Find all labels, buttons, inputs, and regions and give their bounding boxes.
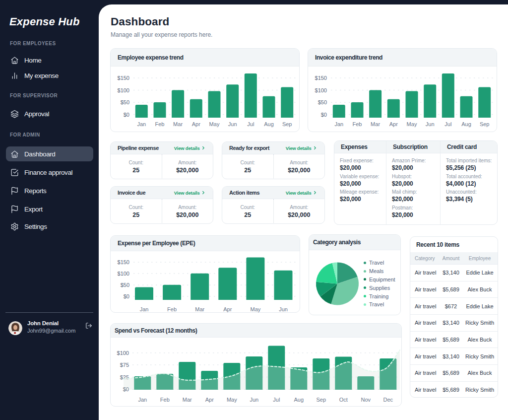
svg-text:May: May [209, 121, 220, 127]
svg-text:Mar: Mar [371, 121, 380, 127]
svg-text:Mar: Mar [173, 121, 183, 127]
svg-text:Jun: Jun [228, 121, 237, 127]
svg-text:Jul: Jul [444, 121, 451, 127]
svg-text:Oct: Oct [339, 397, 348, 403]
svg-text:$0: $0 [124, 112, 129, 118]
svg-text:Feb: Feb [353, 121, 362, 127]
svg-text:$75: $75 [120, 362, 129, 368]
svg-text:$150: $150 [118, 75, 129, 81]
svg-text:$150: $150 [118, 259, 129, 265]
svg-text:$100: $100 [118, 271, 129, 277]
svg-text:Jul: Jul [247, 121, 254, 127]
svg-text:Sep: Sep [282, 121, 292, 127]
svg-text:May: May [407, 121, 417, 127]
svg-text:$100: $100 [118, 87, 129, 93]
svg-text:Mar: Mar [195, 306, 204, 312]
svg-text:Apr: Apr [205, 397, 214, 403]
svg-text:Apr: Apr [192, 121, 200, 127]
svg-text:Mar: Mar [183, 397, 192, 403]
svg-text:Jun: Jun [279, 306, 288, 312]
svg-text:$100: $100 [117, 350, 129, 356]
svg-text:Feb: Feb [155, 121, 165, 127]
svg-text:$50: $50 [121, 282, 129, 288]
svg-text:Jun: Jun [426, 121, 435, 127]
svg-text:Jan: Jan [334, 121, 343, 127]
svg-text:Jan: Jan [137, 121, 146, 127]
svg-text:Aug: Aug [264, 121, 274, 127]
svg-text:May: May [251, 306, 261, 312]
svg-text:Apr: Apr [223, 306, 232, 312]
svg-text:Feb: Feb [167, 306, 177, 312]
svg-text:Aug: Aug [294, 397, 304, 403]
svg-text:Feb: Feb [160, 397, 170, 403]
svg-text:$0: $0 [124, 293, 129, 299]
svg-text:$150: $150 [315, 75, 327, 81]
svg-text:Jun: Jun [250, 397, 258, 403]
svg-text:$50: $50 [121, 99, 129, 105]
svg-text:$0: $0 [321, 112, 327, 118]
svg-text:$100: $100 [315, 87, 327, 93]
svg-text:Sep: Sep [480, 121, 490, 127]
svg-text:May: May [227, 397, 237, 403]
svg-text:Apr: Apr [389, 121, 398, 127]
svg-text:$50: $50 [318, 99, 327, 105]
svg-text:Nov: Nov [361, 397, 371, 403]
svg-text:Dec: Dec [383, 397, 393, 403]
svg-text:Sep: Sep [317, 397, 326, 403]
svg-text:Aug: Aug [461, 121, 471, 127]
svg-text:Jan: Jan [140, 306, 149, 312]
svg-text:Jan: Jan [138, 397, 147, 403]
svg-text:Jul: Jul [273, 397, 280, 403]
